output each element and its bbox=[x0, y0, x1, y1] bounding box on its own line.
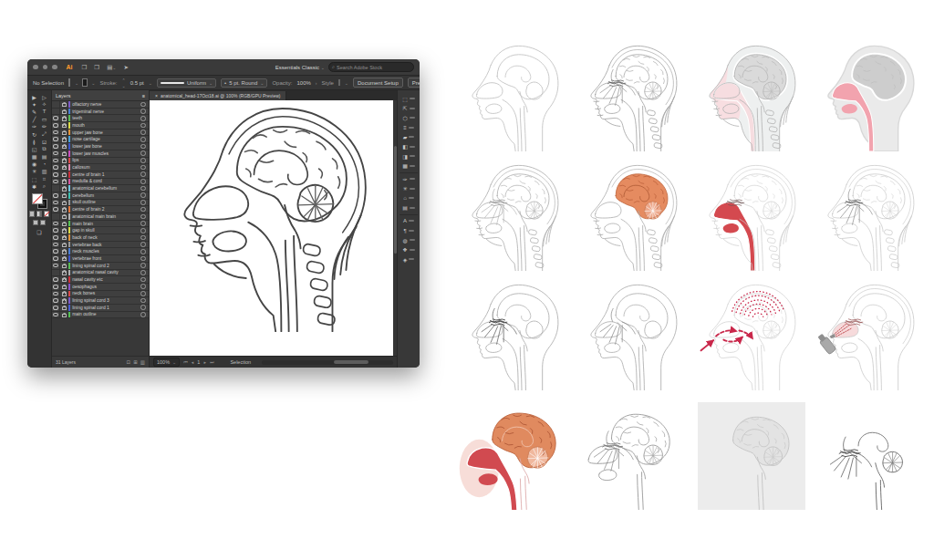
shape-builder-tool-icon[interactable]: ◱ bbox=[29, 145, 39, 152]
selection-tool-icon[interactable]: ▶ bbox=[29, 93, 39, 100]
swatches-panel-icon[interactable]: ▦ bbox=[398, 161, 420, 171]
layer-target-icon[interactable] bbox=[140, 109, 146, 114]
layer-lock-icon[interactable] bbox=[60, 185, 68, 192]
layer-name[interactable]: nasal cavity etc bbox=[72, 277, 140, 282]
paintbrush-tool-icon[interactable]: ✑ bbox=[29, 123, 39, 130]
layer-target-icon[interactable] bbox=[140, 305, 146, 310]
layer-target-icon[interactable] bbox=[140, 228, 146, 233]
layer-lock-icon[interactable] bbox=[60, 164, 68, 171]
pathfinder-panel-icon[interactable]: ⬡ bbox=[398, 113, 420, 123]
layer-row[interactable]: skull outline bbox=[52, 200, 149, 207]
layer-name[interactable]: anatomical main brain bbox=[72, 214, 140, 219]
layer-lock-icon[interactable] bbox=[60, 227, 68, 233]
brain-airway-colored[interactable] bbox=[459, 402, 570, 510]
stock-icon[interactable]: ❐ bbox=[94, 64, 99, 71]
layer-name[interactable]: oesophagus bbox=[72, 285, 140, 289]
layer-target-icon[interactable] bbox=[140, 277, 146, 283]
layer-row[interactable]: lining spinal cord 3 bbox=[52, 297, 149, 305]
layer-visibility-icon[interactable] bbox=[52, 143, 60, 150]
minimize-window-icon[interactable] bbox=[43, 65, 48, 70]
color-guide-panel-icon[interactable]: ◨ bbox=[398, 151, 420, 161]
layer-name[interactable]: cerebellum bbox=[72, 193, 140, 198]
layer-visibility-icon[interactable] bbox=[52, 136, 60, 142]
layer-lock-icon[interactable] bbox=[60, 206, 68, 213]
layer-row[interactable]: teeth bbox=[52, 115, 149, 122]
document-tab[interactable]: × anatomical_head-17Oct18.ai @ 100% (RGB… bbox=[150, 91, 286, 100]
layer-row[interactable]: lower jaw bone bbox=[52, 143, 149, 150]
graphic-styles-panel-icon[interactable]: ❖ bbox=[398, 245, 420, 255]
layer-visibility-icon[interactable] bbox=[52, 227, 60, 233]
layer-row[interactable]: back of neck bbox=[52, 234, 149, 242]
zoom-window-icon[interactable] bbox=[52, 65, 57, 70]
symbols-panel-icon[interactable]: ✳ bbox=[398, 184, 420, 194]
layer-visibility-icon[interactable] bbox=[52, 270, 60, 276]
head-airway-highlight-red[interactable] bbox=[696, 163, 807, 271]
layer-target-icon[interactable] bbox=[140, 249, 146, 254]
stroke-swatch[interactable] bbox=[83, 79, 87, 86]
layer-target-icon[interactable] bbox=[140, 312, 146, 317]
layer-row[interactable]: lower jaw muscles bbox=[52, 150, 149, 158]
layer-row[interactable]: medulla & cord bbox=[52, 179, 149, 186]
pen-tool-icon[interactable]: ✎ bbox=[29, 108, 39, 115]
free-transform-tool-icon[interactable]: ⊡ bbox=[39, 138, 49, 145]
layer-name[interactable]: lining spinal cord 3 bbox=[72, 298, 140, 303]
layer-row[interactable]: nasal cavity etc bbox=[52, 276, 149, 284]
layer-lock-icon[interactable] bbox=[60, 263, 68, 269]
layer-row[interactable]: vertebrae front bbox=[52, 255, 149, 263]
layer-target-icon[interactable] bbox=[140, 165, 146, 171]
panel-menu-icon[interactable]: ≡ bbox=[142, 93, 145, 99]
first-artboard-icon[interactable]: ⏮ bbox=[183, 359, 188, 366]
layer-visibility-icon[interactable] bbox=[52, 185, 60, 192]
layer-visibility-icon[interactable] bbox=[52, 130, 60, 136]
navigator-panel-icon[interactable]: ◈ bbox=[398, 254, 420, 264]
stroke-panel-icon[interactable]: ▰ bbox=[398, 132, 420, 142]
workspace-switcher[interactable]: Essentials Classic ⌄ bbox=[275, 65, 325, 70]
layer-visibility-icon[interactable] bbox=[52, 248, 60, 254]
layer-lock-icon[interactable] bbox=[60, 284, 68, 290]
layer-name[interactable]: centre of brain 1 bbox=[72, 172, 140, 177]
layer-lock-icon[interactable] bbox=[60, 130, 68, 136]
layer-lock-icon[interactable] bbox=[60, 270, 68, 276]
layer-target-icon[interactable] bbox=[140, 298, 146, 304]
layer-name[interactable]: centre of brain 2 bbox=[72, 207, 140, 212]
layer-visibility-icon[interactable] bbox=[52, 312, 60, 318]
rectangle-tool-icon[interactable]: ▭ bbox=[39, 116, 49, 123]
layer-row[interactable]: cerebellum bbox=[52, 192, 149, 200]
layer-name[interactable]: nose cartilage bbox=[72, 137, 140, 141]
character-panel-icon[interactable]: A bbox=[398, 216, 420, 226]
width-tool-icon[interactable]: ≬ bbox=[29, 138, 39, 145]
direct-selection-tool-icon[interactable]: ▷ bbox=[39, 93, 49, 100]
layer-name[interactable]: anatomical nasal cavity bbox=[72, 270, 140, 275]
layer-target-icon[interactable] bbox=[140, 263, 146, 268]
layer-target-icon[interactable] bbox=[140, 284, 146, 289]
head-smell-airflow-arrows[interactable] bbox=[696, 283, 807, 390]
artboard-number[interactable]: 1 bbox=[197, 359, 200, 365]
layer-target-icon[interactable] bbox=[140, 116, 146, 121]
scale-tool-icon[interactable]: ⤢ bbox=[39, 130, 49, 138]
layer-target-icon[interactable] bbox=[140, 158, 146, 163]
search-input[interactable]: ⌕ Search Adobe Stock bbox=[328, 62, 414, 72]
align-panel-icon[interactable]: ≡ bbox=[398, 123, 420, 133]
layer-name[interactable]: callosum bbox=[72, 165, 140, 170]
layer-row[interactable]: main outline bbox=[52, 312, 149, 319]
layer-lock-icon[interactable] bbox=[60, 192, 68, 199]
layer-row[interactable]: anatomical cerebellum bbox=[52, 185, 149, 192]
color-panel-icon[interactable]: ◧ bbox=[398, 142, 420, 152]
layer-name[interactable]: trigeminal nerve bbox=[72, 109, 140, 114]
width-profile-dropdown[interactable]: Uniform⌄ bbox=[157, 78, 216, 88]
layer-row[interactable]: lining spinal cord 2 bbox=[52, 263, 149, 270]
layer-row[interactable]: oesophagus bbox=[52, 284, 149, 291]
layer-name[interactable]: gap in skull bbox=[72, 228, 140, 233]
head-outline-simple[interactable] bbox=[459, 44, 570, 151]
layer-target-icon[interactable] bbox=[140, 179, 146, 184]
new-layer-icon[interactable]: ⊞ bbox=[133, 359, 138, 365]
layer-visibility-icon[interactable] bbox=[52, 263, 60, 269]
head-silhouette-pink-airway[interactable] bbox=[815, 44, 926, 151]
layer-row[interactable]: vertebrae back bbox=[52, 242, 149, 249]
fill-none-indicator[interactable] bbox=[32, 193, 43, 204]
layer-visibility-icon[interactable] bbox=[52, 297, 60, 304]
layer-lock-icon[interactable] bbox=[60, 150, 68, 157]
document-setup-button[interactable]: Document Setup bbox=[353, 78, 403, 88]
stroke-weight-value[interactable]: 0.5 pt bbox=[130, 80, 144, 86]
layer-name[interactable]: mouth bbox=[72, 123, 140, 128]
